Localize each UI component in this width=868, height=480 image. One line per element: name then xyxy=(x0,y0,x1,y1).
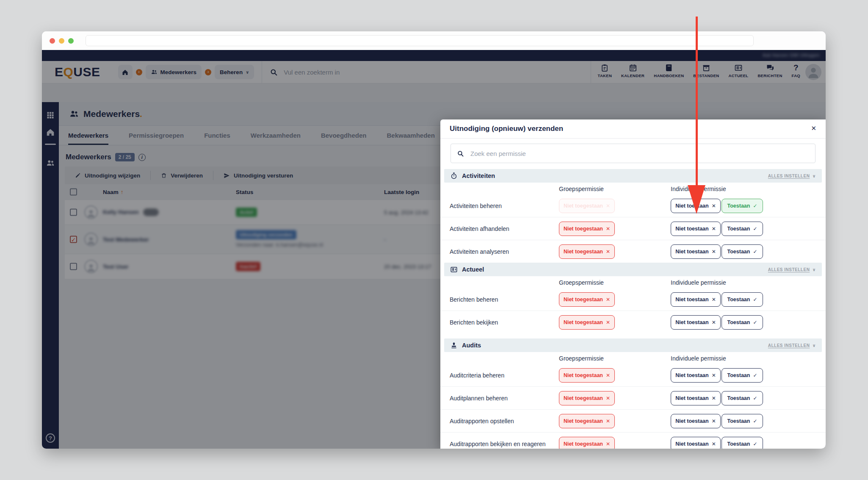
window-controls xyxy=(50,38,74,44)
group-permission-badge: Niet toegestaan✕ xyxy=(559,222,615,236)
permission-row: Berichten bekijken Niet toegestaan✕ Niet… xyxy=(440,311,826,333)
permission-row: Auditrapporten bekijken en reageren Niet… xyxy=(440,432,826,449)
chevron-down-icon: ∨ xyxy=(812,343,816,348)
deny-button[interactable]: Niet toestaan✕ xyxy=(671,244,721,259)
newspaper-icon xyxy=(450,266,458,273)
allow-button[interactable]: Toestaan✓ xyxy=(721,244,763,259)
modal-title: Uitnodiging (opnieuw) verzenden xyxy=(450,125,563,133)
permission-row: Activiteiten afhandelen Niet toegestaan✕… xyxy=(440,217,826,240)
permission-row: Berichten beheren Niet toegestaan✕ Niet … xyxy=(440,288,826,311)
x-icon: ✕ xyxy=(606,441,610,447)
x-icon: ✕ xyxy=(712,249,716,255)
x-icon: ✕ xyxy=(606,249,610,255)
x-icon: ✕ xyxy=(712,395,716,401)
check-icon: ✓ xyxy=(753,395,757,401)
search-icon xyxy=(457,150,464,157)
allow-button[interactable]: Toestaan✓ xyxy=(721,222,763,236)
permission-row: Activiteiten beheren Niet toegestaan✕ Ni… xyxy=(440,194,826,217)
allow-button[interactable]: Toestaan✓ xyxy=(721,368,763,383)
set-all-link[interactable]: ALLES INSTELLEN∨ xyxy=(768,174,816,178)
x-icon: ✕ xyxy=(606,395,610,401)
group-permission-badge: Niet toegestaan✕ xyxy=(559,437,615,449)
permission-search xyxy=(451,144,815,163)
browser-window: Aab Hansen GMI Uitloggen EQUSE › xyxy=(42,31,826,449)
allow-button[interactable]: Toestaan✓ xyxy=(721,199,763,213)
permission-row: Activiteiten analyseren Niet toegestaan✕… xyxy=(440,240,826,263)
x-icon: ✕ xyxy=(712,319,716,325)
permission-column-headers: Groepspermissie Individuele permissie xyxy=(440,183,826,194)
desktop: Aab Hansen GMI Uitloggen EQUSE › xyxy=(0,0,868,480)
modal-header: Uitnodiging (opnieuw) verzenden ✕ xyxy=(440,119,826,139)
browser-chrome xyxy=(42,31,826,50)
deny-button[interactable]: Niet toestaan✕ xyxy=(671,414,721,428)
group-permission-badge: Niet toegestaan✕ xyxy=(559,292,615,307)
check-icon: ✓ xyxy=(753,418,757,424)
x-icon: ✕ xyxy=(606,226,610,232)
check-icon: ✓ xyxy=(753,372,757,378)
section-audits: Audits ALLES INSTELLEN∨ xyxy=(444,338,822,352)
group-permission-badge: Niet toegestaan✕ xyxy=(559,414,615,428)
chevron-down-icon: ∨ xyxy=(812,267,816,272)
deny-button[interactable]: Niet toestaan✕ xyxy=(671,199,721,213)
x-icon: ✕ xyxy=(606,372,610,378)
check-icon: ✓ xyxy=(753,441,757,447)
chevron-down-icon: ∨ xyxy=(812,174,816,178)
permission-row: Auditplannen beheren Niet toegestaan✕ Ni… xyxy=(440,386,826,409)
deny-button[interactable]: Niet toestaan✕ xyxy=(671,292,721,307)
set-all-link[interactable]: ALLES INSTELLEN∨ xyxy=(768,267,816,272)
x-icon: ✕ xyxy=(606,297,610,302)
group-permission-badge: Niet toegestaan✕ xyxy=(559,244,615,259)
close-window-button[interactable] xyxy=(50,38,55,44)
allow-button[interactable]: Toestaan✓ xyxy=(721,315,763,330)
deny-button[interactable]: Niet toestaan✕ xyxy=(671,391,721,405)
deny-button[interactable]: Niet toestaan✕ xyxy=(671,368,721,383)
x-icon: ✕ xyxy=(712,372,716,378)
group-permission-badge: Niet toegestaan✕ xyxy=(559,315,615,330)
section-actueel: Actueel ALLES INSTELLEN∨ xyxy=(444,263,822,276)
address-bar[interactable] xyxy=(86,35,754,46)
section-activiteiten: Activiteiten ALLES INSTELLEN∨ xyxy=(444,169,822,183)
allow-button[interactable]: Toestaan✓ xyxy=(721,414,763,428)
check-icon: ✓ xyxy=(753,226,757,232)
x-icon: ✕ xyxy=(712,226,716,232)
x-icon: ✕ xyxy=(712,297,716,302)
deny-button[interactable]: Niet toestaan✕ xyxy=(671,222,721,236)
allow-button[interactable]: Toestaan✓ xyxy=(721,391,763,405)
permission-column-headers: Groepspermissie Individuele permissie xyxy=(440,276,826,288)
x-icon: ✕ xyxy=(606,319,610,325)
allow-button[interactable]: Toestaan✓ xyxy=(721,437,763,449)
allow-button[interactable]: Toestaan✓ xyxy=(721,292,763,307)
permission-row: Auditrapporten opstellen Niet toegestaan… xyxy=(440,409,826,432)
maximize-window-button[interactable] xyxy=(68,38,74,44)
set-all-link[interactable]: ALLES INSTELLEN∨ xyxy=(768,343,816,348)
invitation-modal: Uitnodiging (opnieuw) verzenden ✕ Activi… xyxy=(440,119,826,449)
group-permission-badge: Niet toegestaan✕ xyxy=(559,391,615,405)
x-icon: ✕ xyxy=(712,418,716,424)
check-icon: ✓ xyxy=(753,319,757,325)
x-icon: ✕ xyxy=(606,418,610,424)
x-icon: ✕ xyxy=(712,203,716,209)
deny-button[interactable]: Niet toestaan✕ xyxy=(671,437,721,449)
permission-search-input[interactable] xyxy=(470,150,809,158)
group-permission-badge: Niet toegestaan✕ xyxy=(559,368,615,383)
permission-row: Auditcriteria beheren Niet toegestaan✕ N… xyxy=(440,364,826,386)
check-icon: ✓ xyxy=(753,297,757,302)
stopwatch-icon xyxy=(450,172,458,180)
check-icon: ✓ xyxy=(753,203,757,209)
x-icon: ✕ xyxy=(606,203,610,209)
permission-column-headers: Groepspermissie Individuele permissie xyxy=(440,352,826,364)
check-icon: ✓ xyxy=(753,249,757,255)
minimize-window-button[interactable] xyxy=(59,38,64,44)
deny-button[interactable]: Niet toestaan✕ xyxy=(671,315,721,330)
close-icon[interactable]: ✕ xyxy=(811,125,816,132)
group-permission-badge: Niet toegestaan✕ xyxy=(559,199,615,213)
stamp-icon xyxy=(450,341,458,349)
x-icon: ✕ xyxy=(712,441,716,447)
